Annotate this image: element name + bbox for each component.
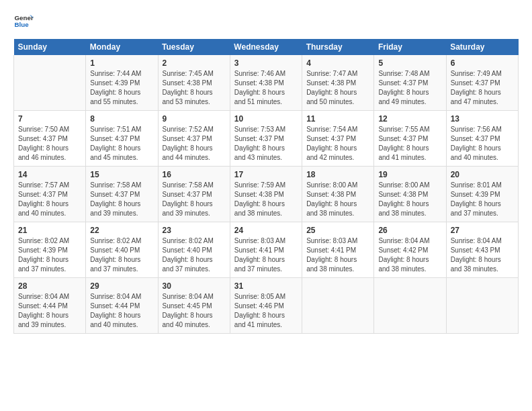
day-cell: 25Sunrise: 8:03 AM Sunset: 4:41 PM Dayli…: [302, 222, 374, 278]
day-number: 5: [378, 58, 441, 68]
day-cell: 6Sunrise: 7:49 AM Sunset: 4:37 PM Daylig…: [446, 55, 518, 111]
week-row: 21Sunrise: 8:02 AM Sunset: 4:39 PM Dayli…: [14, 222, 519, 278]
day-number: 24: [234, 226, 298, 235]
day-number: 11: [306, 114, 369, 124]
day-info: Sunrise: 8:02 AM Sunset: 4:40 PM Dayligh…: [163, 236, 226, 274]
logo: General Blue: [13, 11, 34, 31]
day-cell: 23Sunrise: 8:02 AM Sunset: 4:40 PM Dayli…: [158, 222, 230, 278]
day-cell: 14Sunrise: 7:57 AM Sunset: 4:37 PM Dayli…: [14, 167, 86, 222]
day-cell: [14, 55, 86, 111]
day-info: Sunrise: 8:04 AM Sunset: 4:42 PM Dayligh…: [378, 236, 441, 274]
day-info: Sunrise: 8:02 AM Sunset: 4:39 PM Dayligh…: [18, 236, 81, 274]
day-cell: 2Sunrise: 7:45 AM Sunset: 4:38 PM Daylig…: [158, 55, 230, 111]
week-row: 7Sunrise: 7:50 AM Sunset: 4:37 PM Daylig…: [14, 111, 519, 167]
day-info: Sunrise: 7:59 AM Sunset: 4:38 PM Dayligh…: [234, 181, 298, 218]
day-number: 27: [451, 226, 514, 235]
day-number: 31: [234, 281, 298, 291]
day-number: 25: [306, 226, 369, 235]
page-container: General Blue SundayMondayTuesdayWednesda…: [0, 0, 532, 340]
day-info: Sunrise: 7:58 AM Sunset: 4:37 PM Dayligh…: [90, 181, 153, 218]
day-info: Sunrise: 7:49 AM Sunset: 4:37 PM Dayligh…: [451, 69, 514, 107]
day-cell: [302, 278, 374, 334]
day-info: Sunrise: 8:03 AM Sunset: 4:41 PM Dayligh…: [234, 236, 298, 274]
day-cell: 30Sunrise: 8:04 AM Sunset: 4:45 PM Dayli…: [158, 278, 230, 334]
day-info: Sunrise: 8:00 AM Sunset: 4:38 PM Dayligh…: [378, 181, 441, 218]
day-info: Sunrise: 7:53 AM Sunset: 4:37 PM Dayligh…: [234, 125, 298, 163]
day-info: Sunrise: 8:04 AM Sunset: 4:43 PM Dayligh…: [451, 236, 514, 274]
svg-text:Blue: Blue: [15, 21, 30, 28]
day-info: Sunrise: 7:57 AM Sunset: 4:37 PM Dayligh…: [18, 181, 81, 218]
day-info: Sunrise: 7:44 AM Sunset: 4:39 PM Dayligh…: [90, 69, 153, 107]
day-info: Sunrise: 8:05 AM Sunset: 4:46 PM Dayligh…: [234, 292, 298, 330]
day-cell: 1Sunrise: 7:44 AM Sunset: 4:39 PM Daylig…: [86, 55, 158, 111]
header-cell: Monday: [86, 39, 158, 55]
header-cell: Tuesday: [158, 39, 230, 55]
day-number: 9: [163, 114, 226, 124]
day-number: 29: [90, 281, 153, 291]
day-info: Sunrise: 8:01 AM Sunset: 4:39 PM Dayligh…: [451, 181, 514, 218]
day-cell: 31Sunrise: 8:05 AM Sunset: 4:46 PM Dayli…: [230, 278, 302, 334]
day-cell: 3Sunrise: 7:46 AM Sunset: 4:38 PM Daylig…: [230, 55, 302, 111]
header-cell: Sunday: [14, 39, 86, 55]
day-cell: 22Sunrise: 8:02 AM Sunset: 4:40 PM Dayli…: [86, 222, 158, 278]
day-cell: 21Sunrise: 8:02 AM Sunset: 4:39 PM Dayli…: [14, 222, 86, 278]
day-cell: 4Sunrise: 7:47 AM Sunset: 4:38 PM Daylig…: [302, 55, 374, 111]
day-cell: 8Sunrise: 7:51 AM Sunset: 4:37 PM Daylig…: [86, 111, 158, 167]
day-number: 26: [378, 226, 441, 235]
day-cell: 29Sunrise: 8:04 AM Sunset: 4:44 PM Dayli…: [86, 278, 158, 334]
day-number: 15: [90, 170, 153, 179]
day-info: Sunrise: 7:48 AM Sunset: 4:37 PM Dayligh…: [378, 69, 441, 107]
day-cell: 26Sunrise: 8:04 AM Sunset: 4:42 PM Dayli…: [374, 222, 446, 278]
header: General Blue: [13, 11, 519, 31]
day-number: 17: [234, 170, 298, 179]
day-number: 13: [451, 114, 514, 124]
day-number: 3: [234, 58, 298, 68]
svg-text:General: General: [15, 14, 34, 21]
day-info: Sunrise: 7:45 AM Sunset: 4:38 PM Dayligh…: [163, 69, 226, 107]
day-info: Sunrise: 8:04 AM Sunset: 4:44 PM Dayligh…: [90, 292, 153, 330]
day-info: Sunrise: 8:02 AM Sunset: 4:40 PM Dayligh…: [90, 236, 153, 274]
day-number: 14: [18, 170, 81, 179]
day-info: Sunrise: 7:50 AM Sunset: 4:37 PM Dayligh…: [18, 125, 81, 163]
day-cell: [446, 278, 518, 334]
day-number: 18: [306, 170, 369, 179]
day-info: Sunrise: 7:55 AM Sunset: 4:37 PM Dayligh…: [378, 125, 441, 163]
day-number: 16: [163, 170, 226, 179]
day-cell: 5Sunrise: 7:48 AM Sunset: 4:37 PM Daylig…: [374, 55, 446, 111]
day-cell: 20Sunrise: 8:01 AM Sunset: 4:39 PM Dayli…: [446, 167, 518, 222]
week-row: 28Sunrise: 8:04 AM Sunset: 4:44 PM Dayli…: [14, 278, 519, 334]
day-cell: 28Sunrise: 8:04 AM Sunset: 4:44 PM Dayli…: [14, 278, 86, 334]
header-cell: Wednesday: [230, 39, 302, 55]
calendar-table: SundayMondayTuesdayWednesdayThursdayFrid…: [13, 39, 519, 334]
day-cell: 16Sunrise: 7:58 AM Sunset: 4:37 PM Dayli…: [158, 167, 230, 222]
header-cell: Friday: [374, 39, 446, 55]
day-number: 4: [306, 58, 369, 68]
day-info: Sunrise: 7:47 AM Sunset: 4:38 PM Dayligh…: [306, 69, 369, 107]
day-info: Sunrise: 7:52 AM Sunset: 4:37 PM Dayligh…: [163, 125, 226, 163]
day-cell: 19Sunrise: 8:00 AM Sunset: 4:38 PM Dayli…: [374, 167, 446, 222]
day-info: Sunrise: 7:51 AM Sunset: 4:37 PM Dayligh…: [90, 125, 153, 163]
day-cell: [374, 278, 446, 334]
day-cell: 10Sunrise: 7:53 AM Sunset: 4:37 PM Dayli…: [230, 111, 302, 167]
day-cell: 15Sunrise: 7:58 AM Sunset: 4:37 PM Dayli…: [86, 167, 158, 222]
day-cell: 9Sunrise: 7:52 AM Sunset: 4:37 PM Daylig…: [158, 111, 230, 167]
day-info: Sunrise: 8:04 AM Sunset: 4:45 PM Dayligh…: [163, 292, 226, 330]
week-row: 14Sunrise: 7:57 AM Sunset: 4:37 PM Dayli…: [14, 167, 519, 222]
day-number: 28: [18, 281, 81, 291]
day-number: 10: [234, 114, 298, 124]
day-number: 2: [163, 58, 226, 68]
day-cell: 13Sunrise: 7:56 AM Sunset: 4:37 PM Dayli…: [446, 111, 518, 167]
day-number: 23: [163, 226, 226, 235]
day-info: Sunrise: 7:54 AM Sunset: 4:37 PM Dayligh…: [306, 125, 369, 163]
header-cell: Thursday: [302, 39, 374, 55]
day-cell: 11Sunrise: 7:54 AM Sunset: 4:37 PM Dayli…: [302, 111, 374, 167]
logo-icon: General Blue: [13, 11, 34, 31]
week-row: 1Sunrise: 7:44 AM Sunset: 4:39 PM Daylig…: [14, 55, 519, 111]
day-number: 22: [90, 226, 153, 235]
day-info: Sunrise: 8:00 AM Sunset: 4:38 PM Dayligh…: [306, 181, 369, 218]
day-number: 1: [90, 58, 153, 68]
day-cell: 27Sunrise: 8:04 AM Sunset: 4:43 PM Dayli…: [446, 222, 518, 278]
day-number: 7: [18, 114, 81, 124]
day-cell: 24Sunrise: 8:03 AM Sunset: 4:41 PM Dayli…: [230, 222, 302, 278]
day-number: 8: [90, 114, 153, 124]
